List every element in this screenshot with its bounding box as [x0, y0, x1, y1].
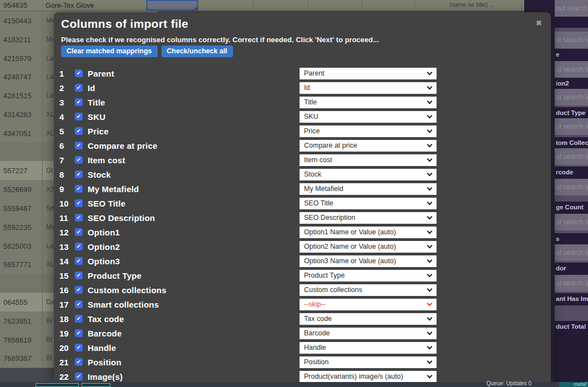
mapping-select[interactable]: Product Type	[300, 270, 437, 282]
mapping-select[interactable]: Handle	[300, 342, 437, 354]
mapping-select[interactable]: Option1 Name or Value (auto)	[300, 227, 437, 238]
column-checkbox[interactable]: ✔	[75, 329, 83, 337]
mapping-select-value: SKU	[300, 113, 428, 120]
chevron-down-icon	[427, 84, 433, 90]
row-id-cell: 4215979	[0, 49, 43, 68]
clear-matched-mappings-button[interactable]: Clear matched mapprings	[61, 46, 158, 57]
column-mapping-row: 6 ✔ Compare at price Compare at price	[54, 138, 551, 153]
column-checkbox[interactable]: ✔	[75, 286, 83, 294]
chevron-down-icon	[427, 214, 433, 220]
column-checkbox[interactable]: ✔	[75, 142, 83, 149]
column-checkbox[interactable]: ✔	[75, 214, 83, 222]
check-icon: ✔	[77, 330, 81, 336]
column-checkbox[interactable]: ✔	[75, 315, 83, 323]
column-checkbox[interactable]: ✔	[75, 156, 83, 164]
column-label: Parent	[88, 69, 114, 78]
chevron-down-icon	[427, 330, 433, 335]
column-number: 7	[54, 155, 70, 165]
panel-column-header: tom Collecti	[555, 137, 588, 149]
panel-search-input[interactable]: put search te	[555, 0, 588, 17]
panel-column-header: ant Has Ima	[555, 293, 588, 305]
panel-search-input[interactable]: ut search te	[555, 32, 588, 48]
footer-button-1[interactable]	[36, 383, 79, 387]
panel-search-input[interactable]: ut search te	[555, 275, 588, 291]
check-icon: ✔	[77, 316, 81, 321]
column-checkbox[interactable]: ✔	[75, 69, 83, 77]
column-mapping-row: 8 ✔ Stock Stock	[54, 167, 551, 182]
column-mapping-row: 9 ✔ My Metafield My Metafield	[54, 182, 551, 196]
column-checkbox[interactable]: ✔	[75, 272, 83, 279]
panel-search-input[interactable]: ut search te	[555, 214, 588, 230]
mapping-select-value: Position	[300, 358, 428, 366]
mapping-select[interactable]: SKU	[300, 111, 437, 123]
mapping-select[interactable]: Position	[300, 356, 437, 368]
column-checkbox[interactable]: ✔	[75, 127, 83, 135]
row-id-cell: 4281515	[0, 86, 43, 105]
modal-subtitle: Please check if we recognised columns co…	[61, 36, 379, 44]
column-checkbox[interactable]: ✔	[75, 373, 83, 380]
column-label: Custom collections	[88, 285, 166, 295]
mapping-select[interactable]: --skip--	[300, 299, 437, 310]
mapping-select[interactable]: Custom collections	[300, 284, 437, 296]
mapping-select[interactable]: SEO Description	[300, 212, 437, 224]
column-checkbox[interactable]: ✔	[75, 199, 83, 207]
mapping-select-value: Handle	[300, 344, 428, 351]
column-checkbox[interactable]: ✔	[75, 300, 83, 308]
column-number: 20	[54, 343, 70, 353]
panel-search-input[interactable]: ut search te	[555, 89, 588, 105]
mapping-select[interactable]: Price	[300, 125, 437, 137]
column-number: 3	[54, 98, 70, 107]
column-checkbox[interactable]: ✔	[75, 358, 83, 366]
column-checkbox[interactable]: ✔	[75, 185, 83, 193]
panel-search-input[interactable]: ut search te	[555, 148, 588, 165]
column-mapping-row: 10 ✔ SEO Title SEO Title	[54, 196, 551, 210]
mapping-select[interactable]: Compare at price	[300, 140, 437, 152]
panel-search-input[interactable]: ut search te	[555, 244, 588, 261]
column-number: 2	[54, 83, 70, 93]
column-checkbox[interactable]: ✔	[75, 98, 83, 106]
cell-note: (same as title) ...	[449, 1, 494, 8]
chevron-down-icon	[427, 142, 433, 148]
check-icon: ✔	[77, 374, 81, 379]
mapping-select[interactable]: Parent	[300, 68, 437, 79]
check-uncheck-all-button[interactable]: Check/uncheck all	[161, 46, 233, 57]
panel-search-input[interactable]: ut search te	[555, 179, 588, 195]
column-mapping-list: 1 ✔ Parent Parent 2 ✔ Id Id 3 ✔ Title Ti…	[54, 66, 551, 384]
close-icon[interactable]: ✖	[536, 19, 542, 27]
column-checkbox[interactable]: ✔	[75, 257, 83, 265]
column-filter-panel: eion2duct Typetom Collectircodege Counts…	[555, 0, 588, 387]
cell-fill-handle	[195, 7, 197, 10]
mapping-select[interactable]: My Metafield	[300, 183, 437, 195]
mapping-select[interactable]: Stock	[300, 169, 437, 180]
mapping-select[interactable]: SEO Title	[300, 198, 437, 209]
column-checkbox[interactable]: ✔	[75, 84, 83, 92]
column-number: 9	[54, 184, 70, 194]
column-mapping-row: 19 ✔ Barcode Barcode	[54, 326, 551, 340]
grid-line	[362, 0, 362, 11]
mapping-select[interactable]: Item cost	[300, 154, 437, 166]
column-checkbox[interactable]: ✔	[75, 170, 83, 178]
mapping-select[interactable]: Tax code	[300, 313, 437, 325]
mapping-select[interactable]: Barcode	[300, 328, 437, 339]
mapping-select[interactable]: Title	[300, 97, 437, 108]
panel-search-input[interactable]: ut search te	[555, 61, 588, 78]
mapping-select[interactable]: Product(variants) image/s (auto)	[300, 371, 437, 383]
column-checkbox[interactable]: ✔	[75, 228, 83, 236]
row-id-cell: 4183211	[0, 30, 43, 49]
row-id-cell: 064555	[0, 293, 43, 311]
column-number: 12	[54, 228, 70, 237]
column-checkbox[interactable]: ✔	[75, 243, 83, 250]
column-label: Stock	[88, 170, 111, 179]
column-checkbox[interactable]: ✔	[75, 113, 83, 120]
mapping-select[interactable]: Option2 Name or Value (auto)	[300, 241, 437, 253]
column-label: Handle	[88, 343, 116, 353]
column-label: SKU	[88, 112, 105, 122]
footer-button-2[interactable]	[82, 383, 110, 387]
mapping-select[interactable]: Option3 Name or Value (auto)	[300, 255, 437, 267]
panel-search-input[interactable]: ut search te	[555, 118, 588, 135]
mapping-select[interactable]: Id	[300, 82, 437, 94]
queue-status: Queue: Updates 0	[486, 380, 531, 386]
column-checkbox[interactable]: ✔	[75, 344, 83, 351]
chevron-down-icon	[427, 185, 433, 191]
row-id-cell: 557227	[0, 161, 43, 180]
